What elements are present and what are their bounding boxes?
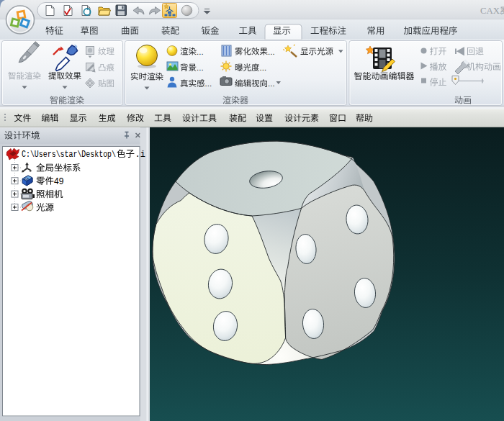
svg-text:CAXA: CAXA [480,6,504,16]
svg-text:.i: .i [135,150,145,160]
svg-text:...: ... [268,47,275,56]
svg-text:...: ... [205,79,212,88]
svg-text:49: 49 [54,176,64,186]
svg-text:C:\Users\star\Desktop\: C:\Users\star\Desktop\ [22,150,116,160]
svg-text:...: ... [197,47,204,56]
svg-text:...: ... [268,79,275,88]
svg-text:...: ... [197,63,204,72]
svg-text:...: ... [260,63,267,72]
